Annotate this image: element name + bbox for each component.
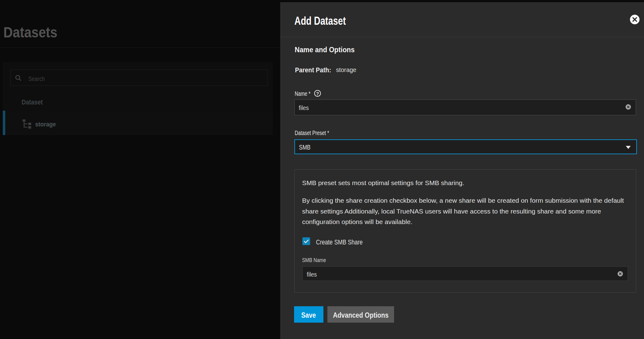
svg-text:?: ? bbox=[316, 91, 319, 96]
